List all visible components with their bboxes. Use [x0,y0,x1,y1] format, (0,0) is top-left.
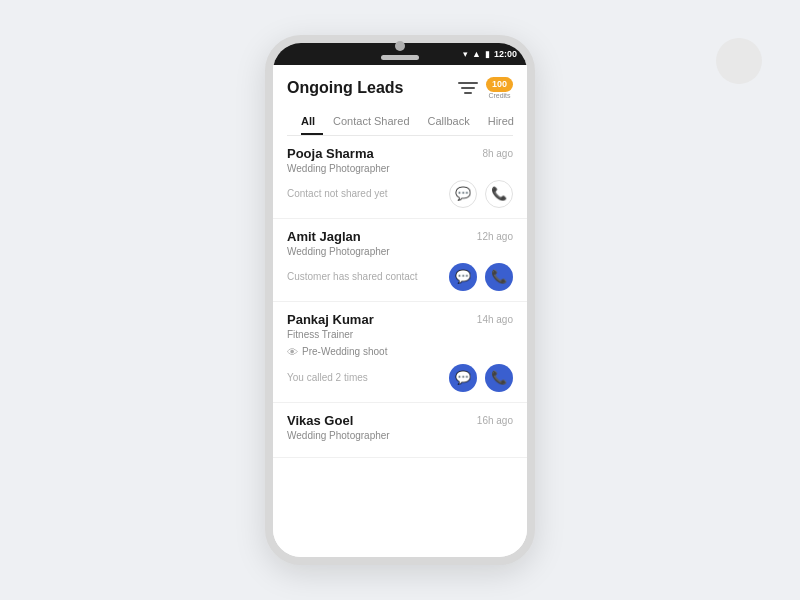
list-item: Pooja Sharma 8h ago Wedding Photographer… [273,136,527,219]
battery-icon: ▮ [485,49,490,59]
lead-name: Pooja Sharma [287,146,374,161]
lead-time: 16h ago [477,415,513,426]
action-icons: 💬 📞 [449,180,513,208]
list-item: Vikas Goel 16h ago Wedding Photographer [273,403,527,458]
lead-name: Amit Jaglan [287,229,361,244]
tab-contact-shared[interactable]: Contact Shared [333,109,417,135]
lead-status-row: You called 2 times 💬 📞 [287,364,513,392]
call-button[interactable]: 📞 [485,180,513,208]
lead-status-text: Contact not shared yet [287,188,388,199]
lead-header: Pankaj Kumar 14h ago [287,312,513,327]
tab-callback[interactable]: Callback [428,109,478,135]
call-button[interactable]: 📞 [485,364,513,392]
lead-list: Pooja Sharma 8h ago Wedding Photographer… [273,136,527,557]
eye-icon: 👁 [287,346,298,358]
wifi-icon: ▾ [463,49,468,59]
credits-label: Credits [488,92,510,99]
lead-status-row: Contact not shared yet 💬 📞 [287,180,513,208]
status-time: 12:00 [494,49,517,59]
page-title: Ongoing Leads [287,79,403,97]
lead-status-text: Customer has shared contact [287,271,418,282]
tab-all[interactable]: All [301,109,323,135]
lead-status-row: Customer has shared contact 💬 📞 [287,263,513,291]
list-item: Amit Jaglan 12h ago Wedding Photographer… [273,219,527,302]
phone-speaker [381,55,419,60]
app-content: Ongoing Leads 100 Credits [273,65,527,557]
lead-category: Fitness Trainer [287,329,513,340]
credits-badge[interactable]: 100 [486,77,513,92]
lead-time: 8h ago [482,148,513,159]
chat-button[interactable]: 💬 [449,180,477,208]
lead-tag-text: Pre-Wedding shoot [302,346,387,357]
action-icons: 💬 📞 [449,364,513,392]
lead-status-text: You called 2 times [287,372,368,383]
phone-camera [395,41,405,51]
filter-icon[interactable] [458,78,478,98]
lead-header: Pooja Sharma 8h ago [287,146,513,161]
chat-button[interactable]: 💬 [449,364,477,392]
signal-icon: ▲ [472,49,481,59]
call-button[interactable]: 📞 [485,263,513,291]
tabs-bar: AllContact SharedCallbackHired [287,109,513,136]
lead-tag: 👁 Pre-Wedding shoot [287,346,513,358]
lead-category: Wedding Photographer [287,430,513,441]
tab-hired[interactable]: Hired [488,109,522,135]
lead-category: Wedding Photographer [287,163,513,174]
credits-count: 100 [492,79,507,90]
lead-header: Amit Jaglan 12h ago [287,229,513,244]
phone-wrapper: ▾ ▲ ▮ 12:00 Ongoing Leads [265,35,535,565]
lead-header: Vikas Goel 16h ago [287,413,513,428]
lead-time: 14h ago [477,314,513,325]
lead-category: Wedding Photographer [287,246,513,257]
lead-name: Pankaj Kumar [287,312,374,327]
chat-button[interactable]: 💬 [449,263,477,291]
app-header: Ongoing Leads 100 Credits [273,65,527,136]
lead-name: Vikas Goel [287,413,353,428]
list-item: Pankaj Kumar 14h ago Fitness Trainer 👁 P… [273,302,527,403]
lead-time: 12h ago [477,231,513,242]
fab-button[interactable] [716,38,762,84]
action-icons: 💬 📞 [449,263,513,291]
phone-shell: ▾ ▲ ▮ 12:00 Ongoing Leads [265,35,535,565]
